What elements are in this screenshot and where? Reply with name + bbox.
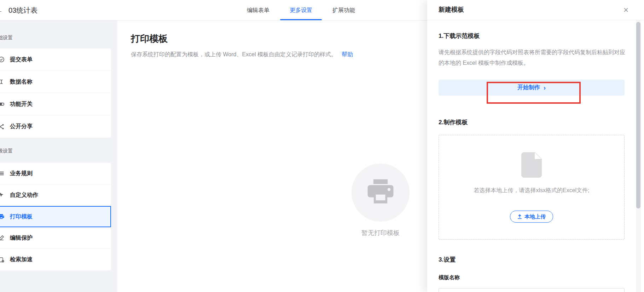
upload-hint: 若选择本地上传，请选择xlsx格式的Excel文件; — [474, 187, 589, 194]
step1-description: 请先根据系统提供的字段代码对照表将所需要的字段代码复制后粘贴到对应 的本地的 E… — [439, 47, 627, 68]
template-name-input[interactable] — [439, 288, 625, 292]
local-upload-label: 本地上传 — [524, 213, 546, 220]
step2-heading: 2.制作模板 — [439, 118, 468, 126]
list-icon — [0, 170, 5, 177]
toggle-icon — [0, 101, 5, 107]
help-link[interactable]: 帮助 — [342, 51, 353, 57]
text-cursor-icon — [0, 79, 5, 85]
sidebar-item-feature-switch[interactable]: 功能开关 — [0, 93, 111, 115]
chevron-right-icon: › — [544, 85, 546, 91]
header-tabs: 编辑表单 更多设置 扩展功能 — [247, 0, 355, 20]
sidebar-item-label: 业务规则 — [10, 170, 33, 177]
tab-more-settings[interactable]: 更多设置 — [290, 0, 312, 20]
new-template-drawer: 新建模板 ✕ 1.下载示范模板 请先根据系统提供的字段代码对照表将所需要的字段代… — [427, 0, 644, 292]
sidebar-item-business-rules[interactable]: 业务规则 — [0, 163, 111, 184]
sidebar-item-print-template[interactable]: 打印模板 — [0, 206, 111, 227]
back-button[interactable]: ← — [0, 5, 4, 15]
start-making-button[interactable]: 开始制作 › — [439, 80, 625, 96]
start-making-label: 开始制作 — [517, 84, 540, 91]
panel-description: 保存系统打印的配置为模板，或上传 Word、Excel 模板自由定义记录打印的样… — [131, 51, 353, 58]
app-window: ← 03统计表 编辑表单 更多设置 扩展功能 础设置 提交表单 数据名称 — [0, 0, 644, 292]
check-circle-icon — [0, 56, 5, 63]
sidebar-item-label: 编辑保护 — [10, 234, 33, 242]
sidebar-item-label: 功能开关 — [10, 101, 33, 108]
settings-sidebar: 础设置 提交表单 数据名称 功能开关 — [0, 21, 117, 292]
printer-large-icon — [364, 178, 397, 207]
sidebar-item-label: 公开分享 — [10, 123, 33, 130]
drawer-title: 新建模板 — [439, 0, 464, 20]
sidebar-section-basic: 础设置 — [0, 35, 13, 41]
sidebar-group-advanced: 业务规则 自定义动作 打印模板 编辑保护 — [0, 163, 111, 270]
cursor-click-icon — [0, 192, 5, 198]
sidebar-item-label: 检索加速 — [10, 256, 33, 263]
tab-extensions[interactable]: 扩展功能 — [332, 0, 355, 20]
panel-title: 打印模板 — [131, 33, 168, 45]
sidebar-item-label: 数据名称 — [10, 78, 33, 86]
back-arrow-icon: ← — [0, 5, 3, 15]
drawer-scrollbar-track — [636, 20, 641, 292]
upload-dropzone[interactable]: 若选择本地上传，请选择xlsx格式的Excel文件; 本地上传 — [439, 135, 625, 240]
sidebar-item-custom-actions[interactable]: 自定义动作 — [0, 184, 111, 206]
drawer-scrollbar-thumb[interactable] — [636, 22, 640, 208]
sidebar-item-label: 打印模板 — [10, 213, 33, 221]
sidebar-group-basic: 提交表单 数据名称 功能开关 公开分享 — [0, 48, 111, 138]
sidebar-item-label: 自定义动作 — [10, 191, 38, 199]
sidebar-section-advanced-label: 级设置 — [0, 148, 13, 154]
local-upload-button[interactable]: 本地上传 — [510, 211, 553, 223]
upload-icon — [517, 214, 522, 219]
printer-icon — [0, 213, 5, 220]
sidebar-section-advanced: 级设置 — [0, 148, 13, 154]
close-icon[interactable]: ✕ — [621, 6, 631, 15]
share-icon — [0, 124, 5, 130]
empty-state-circle — [352, 164, 410, 222]
drawer-header: 新建模板 ✕ — [427, 0, 644, 20]
empty-state-text: 暂无打印模板 — [334, 229, 427, 237]
template-name-label: 模版名称 — [439, 274, 460, 281]
sidebar-item-data-name[interactable]: 数据名称 — [0, 71, 111, 93]
sidebar-section-basic-label: 础设置 — [0, 35, 13, 41]
pencil-icon — [0, 235, 5, 241]
tab-edit-form[interactable]: 编辑表单 — [247, 0, 269, 20]
sidebar-item-public-share[interactable]: 公开分享 — [0, 115, 111, 138]
panel-description-text: 保存系统打印的配置为模板，或上传 Word、Excel 模板自由定义记录打印的样… — [131, 51, 337, 57]
sidebar-item-label: 提交表单 — [10, 56, 33, 63]
sidebar-item-search-acceleration[interactable]: 检索加速 — [0, 249, 111, 270]
step1-heading: 1.下载示范模板 — [439, 32, 480, 40]
sidebar-item-edit-protection[interactable]: 编辑保护 — [0, 227, 111, 249]
search-accelerate-icon — [0, 257, 5, 263]
file-icon — [521, 152, 542, 178]
step3-heading: 3.设置 — [439, 256, 456, 264]
page-title: 03统计表 — [8, 0, 37, 21]
sidebar-item-submit-form[interactable]: 提交表单 — [0, 48, 111, 71]
